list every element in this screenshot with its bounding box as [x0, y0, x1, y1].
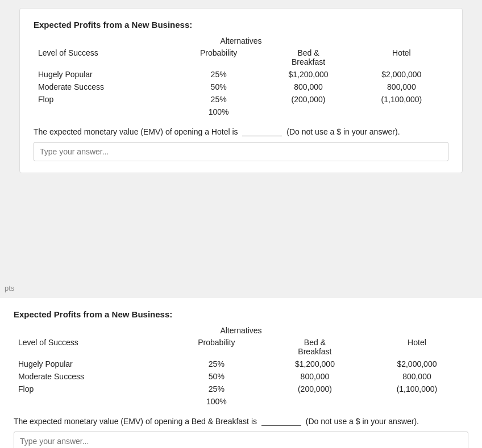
- cell-hotel: [365, 395, 468, 408]
- cell-level: Moderate Success: [34, 81, 175, 93]
- cell-hotel: 800,000: [355, 81, 448, 93]
- cell-bed: $1,200,000: [264, 358, 365, 370]
- cell-bed: 800,000: [262, 81, 354, 93]
- section2-alternatives-label: Alternatives: [14, 326, 468, 335]
- section2-table-header-row: Level of Success Probability Bed &Breakf…: [14, 336, 468, 358]
- emv-suffix: (Do not use a $ in your answer).: [306, 417, 419, 426]
- col-header-level: Level of Success: [34, 47, 175, 68]
- cell-hotel: (1,100,000): [355, 93, 448, 106]
- col-header-hotel: Hotel: [365, 336, 468, 358]
- col-header-hotel: Hotel: [355, 47, 448, 68]
- cell-bed: (200,000): [262, 93, 354, 106]
- cell-hotel: 800,000: [365, 370, 468, 383]
- cell-level: Flop: [14, 383, 169, 395]
- section1-title: Expected Profits from a New Business:: [34, 20, 448, 30]
- cell-prob: 25%: [175, 68, 262, 81]
- table-row: Moderate Success 50% 800,000 800,000: [34, 81, 448, 93]
- section2-table: Level of Success Probability Bed &Breakf…: [14, 336, 468, 408]
- table-row: Hugely Popular 25% $1,200,000 $2,000,000: [34, 68, 448, 81]
- cell-level: Flop: [34, 93, 175, 106]
- cell-prob: 50%: [175, 81, 262, 93]
- cell-level: Hugely Popular: [14, 358, 169, 370]
- cell-prob: 25%: [175, 93, 262, 106]
- cell-prob: 100%: [175, 106, 262, 118]
- col-header-bed-breakfast: Bed &Breakfast: [262, 47, 354, 68]
- emv-suffix: (Do not use a $ in your answer).: [286, 127, 400, 136]
- emv-blank: [242, 136, 282, 136]
- table-row: Hugely Popular 25% $1,200,000 $2,000,000: [14, 358, 468, 370]
- cell-hotel: $2,000,000: [365, 358, 468, 370]
- cell-bed: [262, 106, 354, 118]
- cell-level: [14, 395, 169, 408]
- table-row: 100%: [14, 395, 468, 408]
- col-header-probability: Probability: [175, 47, 262, 68]
- cell-bed: $1,200,000: [262, 68, 354, 81]
- table-row: Moderate Success 50% 800,000 800,000: [14, 370, 468, 383]
- section1-table: Level of Success Probability Bed &Breakf…: [34, 47, 448, 118]
- col-header-bed-breakfast: Bed &Breakfast: [264, 336, 365, 358]
- emv-prefix: The expected monetary value (EMV) of ope…: [14, 417, 257, 426]
- card-bottom: Expected Profits from a New Business: Al…: [0, 298, 482, 448]
- cell-hotel: [355, 106, 448, 118]
- col-header-level: Level of Success: [14, 336, 169, 358]
- cell-prob: 25%: [169, 358, 264, 370]
- emv-prefix: The expected monetary value (EMV) of ope…: [34, 127, 238, 136]
- section1-table-header-row: Level of Success Probability Bed &Breakf…: [34, 47, 448, 68]
- pts-label: pts: [0, 284, 14, 292]
- cell-bed: [264, 395, 365, 408]
- card-top: Expected Profits from a New Business: Al…: [19, 8, 463, 173]
- col-header-probability: Probability: [169, 336, 264, 358]
- cell-prob: 100%: [169, 395, 264, 408]
- table-row: Flop 25% (200,000) (1,100,000): [14, 383, 468, 395]
- cell-hotel: $2,000,000: [355, 68, 448, 81]
- page-wrapper: Expected Profits from a New Business: Al…: [0, 8, 482, 448]
- section2-emv-text: The expected monetary value (EMV) of ope…: [14, 417, 468, 426]
- cell-prob: 50%: [169, 370, 264, 383]
- section1-answer-input[interactable]: [34, 142, 448, 161]
- cell-bed: (200,000): [264, 383, 365, 395]
- cell-hotel: (1,100,000): [365, 383, 468, 395]
- cell-prob: 25%: [169, 383, 264, 395]
- cell-level: Hugely Popular: [34, 68, 175, 81]
- section2-title: Expected Profits from a New Business:: [14, 309, 468, 319]
- cell-bed: 800,000: [264, 370, 365, 383]
- divider-section: pts: [0, 173, 482, 298]
- section2-answer-input[interactable]: [14, 432, 468, 448]
- cell-level: [34, 106, 175, 118]
- emv-blank: [261, 425, 301, 426]
- section1-emv-text: The expected monetary value (EMV) of ope…: [34, 127, 448, 136]
- section1-alternatives-label: Alternatives: [34, 36, 448, 45]
- table-row: Flop 25% (200,000) (1,100,000): [34, 93, 448, 106]
- table-row: 100%: [34, 106, 448, 118]
- cell-level: Moderate Success: [14, 370, 169, 383]
